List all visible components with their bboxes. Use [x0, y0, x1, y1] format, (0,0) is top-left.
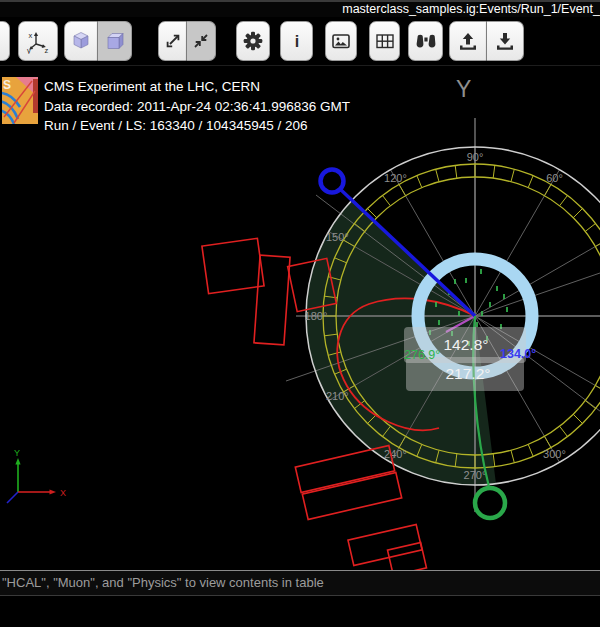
table-button[interactable] [369, 21, 400, 61]
experiment-line: CMS Experiment at the LHC, CERN [44, 77, 350, 97]
offscreen-button[interactable] [0, 21, 10, 61]
image-icon [328, 28, 354, 54]
run-event-ls-line: Run / Event / LS: 163340 / 104345945 / 2… [44, 116, 350, 136]
table-icon [372, 28, 398, 54]
gizmo-x-label: X [60, 488, 66, 498]
detector-scene: 60°90°120°150°180°210°240°270°300° [0, 66, 600, 570]
application-window: masterclass_samples.ig:Events/Run_1/Even… [0, 0, 600, 627]
toolbar: x y z [0, 17, 600, 66]
perspective-view-button[interactable] [64, 21, 98, 61]
window-title: masterclass_samples.ig:Events/Run_1/Even… [342, 2, 600, 16]
screenshot-button[interactable] [325, 21, 357, 61]
y-axis-label: Y [456, 76, 471, 103]
download-button[interactable] [487, 21, 524, 61]
cms-logo: S [2, 77, 38, 124]
degree-label-300: 300° [543, 448, 566, 460]
angle-between-value: 142.8° [444, 336, 489, 353]
zoom-in-button[interactable] [158, 21, 187, 61]
degree-label-180: 180° [305, 310, 328, 322]
degree-label-210: 210° [326, 390, 349, 402]
file-transfer-group [449, 21, 524, 61]
search-button[interactable] [408, 21, 443, 61]
green-track-phi-value: 276.9° [404, 348, 440, 362]
degree-label-60: 60° [546, 172, 563, 184]
status-message: "HCAL", "Muon", and "Physics" to view co… [2, 575, 324, 590]
svg-text:z: z [45, 46, 49, 54]
title-bar: masterclass_samples.ig:Events/Run_1/Even… [0, 0, 600, 17]
reflex-angle-value: 217.2° [446, 365, 491, 382]
binoculars-icon [413, 28, 439, 54]
orthographic-view-button[interactable] [98, 21, 132, 61]
angle-measurement-overlay: 142.8° 217.2° 276.9° 134.0° [404, 327, 536, 391]
gear-icon [240, 28, 266, 54]
svg-text:i: i [294, 33, 298, 50]
orientation-gizmo: Y X [0, 446, 80, 516]
cube-perspective-icon [68, 28, 94, 54]
view-mode-group [64, 21, 132, 61]
svg-text:x: x [29, 31, 33, 40]
collapse-arrows-icon [188, 28, 214, 54]
green-track-marker[interactable] [475, 488, 505, 518]
axes-icon: x y z [25, 28, 51, 54]
info-icon: i [284, 28, 310, 54]
expand-arrows-icon [160, 28, 186, 54]
event-info: CMS Experiment at the LHC, CERN Data rec… [44, 77, 350, 136]
degree-label-150: 150° [326, 231, 349, 243]
degree-label-120: 120° [384, 172, 407, 184]
blue-track-marker[interactable] [321, 170, 344, 193]
degree-label-90: 90° [467, 151, 484, 163]
status-bar: "HCAL", "Muon", and "Physics" to view co… [0, 570, 600, 596]
zoom-out-button[interactable] [187, 21, 216, 61]
zoom-group [158, 21, 216, 61]
svg-text:S: S [3, 78, 11, 92]
degree-label-240: 240° [384, 448, 407, 460]
event-display-canvas[interactable]: 60°90°120°150°180°210°240°270°300° [0, 66, 600, 570]
cube-orthographic-icon [102, 28, 128, 54]
axes-button[interactable]: x y z [18, 21, 58, 61]
footer-strip [0, 596, 600, 627]
blue-track-phi-value: 134.0° [500, 347, 536, 361]
info-button[interactable]: i [280, 21, 313, 61]
upload-icon [455, 28, 481, 54]
recorded-line: Data recorded: 2011-Apr-24 02:36:41.9968… [44, 97, 350, 117]
download-icon [492, 28, 518, 54]
upload-button[interactable] [449, 21, 487, 61]
settings-button[interactable] [236, 21, 270, 61]
svg-text:y: y [27, 46, 31, 54]
gizmo-y-label: Y [14, 448, 20, 458]
degree-label-270: 270° [464, 469, 487, 481]
